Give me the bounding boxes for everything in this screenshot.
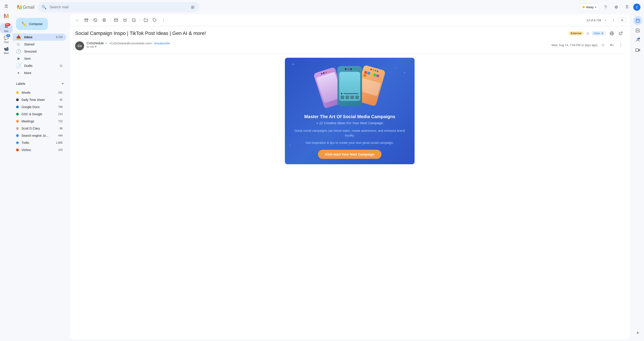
label-item-ahrefs[interactable]: Ahrefs 291 — [12, 89, 66, 96]
prev-email-button[interactable]: ‹ — [602, 17, 609, 24]
move-button[interactable] — [142, 16, 150, 24]
email-body: ✦ ✦ ✦ ★ — [75, 54, 624, 168]
right-panel-contacts[interactable] — [633, 36, 642, 45]
sender-display-name: CoSchedule — [87, 41, 104, 45]
search-filter-icon[interactable]: ⊞ — [189, 4, 196, 11]
starred-label: Starred — [24, 43, 62, 46]
starred-icon: ☆ — [16, 42, 20, 47]
star-button[interactable]: ☆ — [599, 41, 606, 49]
label-item-scott-d-clary[interactable]: Scott D Clary 86 — [12, 125, 66, 132]
sidebar: ✏️ Compose 📥 Inbox 6,733 ☆ Starred 🕐 Sno… — [12, 14, 70, 341]
delete-button[interactable] — [100, 16, 108, 24]
right-panel-tasks[interactable] — [633, 26, 642, 35]
nav-item-drafts[interactable]: 📄 Drafts 11 — [12, 62, 66, 69]
search-bar: 🔍 ⊞ — [38, 2, 199, 12]
label-button[interactable] — [151, 16, 159, 24]
label-item-meetings[interactable]: Meetings 722 — [12, 118, 66, 125]
to-label: to me — [87, 45, 94, 48]
user-avatar[interactable]: Z — [633, 4, 640, 11]
google-docs-count: 768 — [58, 105, 62, 109]
meetings-label-name: Meetings — [22, 120, 56, 123]
apps-button[interactable]: ⠿ — [622, 3, 632, 12]
main-app: M Gmail 🔍 ⊞ Away ▾ ? ⚙ ⠿ Z ✏️ — [12, 0, 644, 341]
sent-icon: ➤ — [16, 56, 20, 61]
snooze-button[interactable] — [121, 16, 129, 24]
nav-item-more[interactable]: ▾ More — [12, 69, 66, 77]
email-card: ✦ ✦ ✦ ★ — [285, 58, 414, 164]
google-docs-label-name: Google Docs — [22, 105, 56, 109]
top-bar-actions: Away ▾ ? ⚙ ⠿ Z — [580, 3, 640, 12]
status-indicator[interactable]: Away ▾ — [580, 4, 599, 11]
google-docs-dot — [16, 106, 19, 108]
trello-count: 1,865 — [56, 141, 62, 144]
reply-button[interactable] — [608, 41, 616, 49]
more-actions-button[interactable]: ⋮ — [160, 16, 168, 24]
inbox-count: 6,733 — [56, 36, 62, 39]
sidebar-item-chat[interactable]: 💬 25 Chat — [0, 34, 12, 44]
back-button[interactable]: ← — [73, 16, 82, 24]
label-item-daily-time-sheet[interactable]: Daily Time sheet 91 — [12, 96, 66, 103]
meetings-dot — [16, 120, 19, 123]
nav-item-snoozed[interactable]: 🕐 Snoozed — [12, 48, 66, 55]
gsc-google-count: 214 — [58, 113, 62, 116]
scott-d-clary-dot — [16, 127, 19, 130]
daily-time-sheet-count: 91 — [60, 98, 62, 101]
email-meta: Co CoSchedule ✓ <CoSchedule@coschedule.c… — [75, 40, 624, 54]
sidebar-item-meet[interactable]: 📹 Meet — [0, 45, 12, 55]
mail-badge: 99+ — [5, 23, 10, 26]
svg-rect-9 — [636, 19, 640, 22]
label-item-google-docs[interactable]: Google Docs 768 — [12, 103, 66, 111]
unsubscribe-link[interactable]: Unsubscribe — [154, 42, 170, 45]
report-button[interactable] — [91, 16, 99, 24]
sidebar-item-mail[interactable]: ✉ 99+ Mail — [0, 23, 12, 33]
search-engine-count: 444 — [58, 134, 62, 137]
deco-star-3: ✦ — [289, 144, 291, 146]
label-item-search-engine[interactable]: Search engine Jo... 444 — [12, 132, 66, 139]
next-email-button[interactable]: › — [610, 17, 617, 24]
add-label-button[interactable]: + — [59, 80, 66, 87]
svg-line-2 — [94, 19, 96, 22]
label-item-trello[interactable]: Trello 1,865 — [12, 139, 66, 146]
email-hero-section: ✦ ✦ ✦ ★ — [285, 58, 414, 164]
mail-icon: ✉ 99+ — [4, 24, 9, 30]
more-label: More — [24, 71, 62, 75]
nav-item-inbox[interactable]: 📥 Inbox 6,733 — [12, 34, 66, 41]
to-expand-chevron[interactable]: ▾ — [95, 45, 96, 48]
label-item-vishnu[interactable]: Vishnu 103 — [12, 146, 66, 154]
mark-unread-button[interactable] — [112, 16, 120, 24]
archive-button[interactable] — [82, 16, 90, 24]
right-panel-calendar[interactable] — [633, 16, 642, 25]
open-in-new-button[interactable] — [617, 30, 624, 37]
drafts-icon: 📄 — [16, 63, 20, 68]
email-date: Wed, Aug 14, 7:58 PM (2 days ago) — [552, 44, 598, 47]
sender-avatar: Co — [75, 41, 84, 50]
settings-button[interactable]: ⚙ — [612, 3, 621, 12]
view-toggle-button[interactable]: ⊟ — [618, 18, 626, 23]
help-button[interactable]: ? — [601, 3, 610, 12]
phone-illustration — [316, 65, 383, 110]
email-date-actions: Wed, Aug 14, 7:58 PM (2 days ago) ☆ ⋮ — [552, 41, 624, 49]
trello-label-name: Trello — [22, 141, 53, 145]
search-input[interactable] — [38, 2, 199, 12]
inbox-tag-remove[interactable]: ✕ — [601, 32, 604, 35]
meet-icon: 📹 — [4, 46, 9, 52]
status-dot — [582, 6, 585, 8]
compose-button[interactable]: ✏️ Compose — [16, 18, 48, 30]
nav-item-starred[interactable]: ☆ Starred — [12, 41, 66, 48]
daily-time-sheet-dot — [16, 99, 19, 101]
right-panel-meet[interactable] — [633, 46, 642, 55]
gmail-m-logo: M — [4, 13, 9, 20]
right-panel-add-button[interactable]: + — [633, 328, 642, 337]
nav-item-sent[interactable]: ➤ Sent — [12, 55, 66, 62]
sender-email-address: <CoSchedule@coschedule.com> — [109, 42, 152, 45]
more-email-actions[interactable]: ⋮ — [617, 41, 624, 49]
label-item-gsc-google[interactable]: GSC & Google 214 — [12, 111, 66, 118]
svg-line-6 — [620, 32, 622, 34]
external-icon[interactable]: ⊃ — [586, 31, 589, 36]
hamburger-menu[interactable]: ☰ — [2, 2, 11, 11]
print-button[interactable] — [608, 30, 616, 37]
hero-cta-button[interactable]: Kick-start Your Next Campaign — [318, 150, 382, 159]
add-task-button[interactable] — [130, 16, 138, 24]
svg-rect-15 — [636, 49, 639, 52]
chat-badge: 25 — [6, 34, 10, 37]
